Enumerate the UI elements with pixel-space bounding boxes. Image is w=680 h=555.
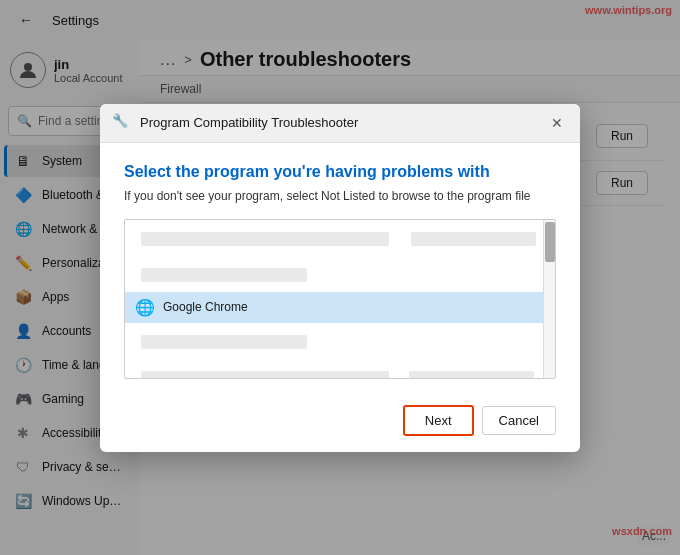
cancel-button[interactable]: Cancel	[482, 406, 556, 435]
program-item-placeholder3[interactable]	[125, 323, 555, 361]
list-scrollbar-thumb	[545, 222, 555, 262]
program-item-placeholder1[interactable]	[125, 220, 555, 258]
dialog-main-title: Select the program you're having problem…	[124, 163, 556, 181]
dialog-header-title: Program Compatibility Troubleshooter	[140, 115, 358, 130]
settings-window: www.wintips.org wsxdn.com ← Settings jin	[0, 0, 680, 555]
chrome-label: Google Chrome	[163, 300, 248, 314]
dialog-footer: Next Cancel	[100, 395, 580, 452]
program-item-placeholder4[interactable]	[125, 361, 555, 378]
list-scrollbar[interactable]	[543, 220, 555, 378]
dialog: 🔧 Program Compatibility Troubleshooter ✕…	[100, 104, 580, 452]
modal-overlay: 🔧 Program Compatibility Troubleshooter ✕…	[0, 0, 680, 555]
dialog-description: If you don't see your program, select No…	[124, 189, 556, 203]
program-list[interactable]: 🌐 Google Chrome	[124, 219, 556, 379]
program-item-placeholder2[interactable]	[125, 258, 555, 292]
dialog-header: 🔧 Program Compatibility Troubleshooter ✕	[100, 104, 580, 143]
dialog-header-icon: 🔧	[112, 113, 132, 133]
program-item-google-chrome[interactable]: 🌐 Google Chrome	[125, 292, 555, 323]
chrome-icon: 🌐	[135, 298, 155, 317]
next-button[interactable]: Next	[403, 405, 474, 436]
program-list-inner[interactable]: 🌐 Google Chrome	[125, 220, 555, 378]
dialog-close-button[interactable]: ✕	[546, 112, 568, 134]
dialog-body: Select the program you're having problem…	[100, 143, 580, 395]
